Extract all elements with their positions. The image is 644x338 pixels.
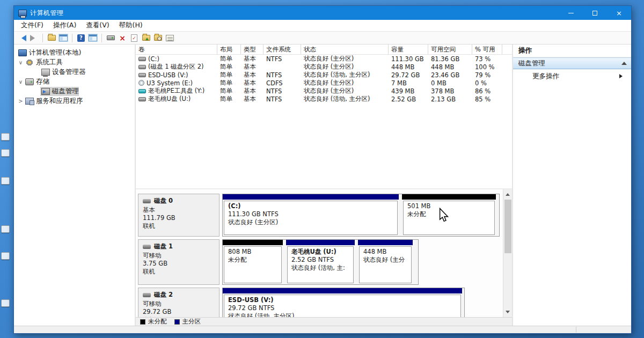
partition-size: 2.52 GB NTFS <box>291 256 349 264</box>
volume-row[interactable]: (C:) 简单 基本 NTFS 状态良好 (主分区) 111.30 GB 81.… <box>136 55 512 63</box>
folder-icon[interactable] <box>47 34 56 42</box>
menu-action[interactable]: 操作(A) <box>48 20 81 31</box>
chevron-right-icon[interactable]: > <box>17 98 24 104</box>
volume-layout: 简单 <box>217 79 241 87</box>
partition-c[interactable]: (C:) 111.30 GB NTFS 状态良好 (主分区) <box>223 194 399 236</box>
more-actions-item[interactable]: 更多操作 <box>513 69 631 83</box>
col-layout[interactable]: 布局 <box>217 45 241 54</box>
disk-management-icon <box>41 88 50 95</box>
legend-label: 未分配 <box>148 318 167 326</box>
vertical-scrollbar[interactable] <box>503 189 512 317</box>
folder-up-icon[interactable] <box>141 34 151 42</box>
tree-item-computer-management[interactable]: 计算机管理(本地) <box>14 48 135 57</box>
volume-row[interactable]: 老毛桃U盘 (U:) 简单 基本 NTFS 状态良好 (活动, 主分区) 2.5… <box>136 95 512 103</box>
tree-item-system-tools[interactable]: ∨ 系统工具 <box>14 57 135 67</box>
console-pane-glyph <box>59 34 68 41</box>
col-pct-free[interactable]: % 可用 <box>472 45 502 54</box>
col-free-space[interactable]: 可用空间 <box>428 45 472 54</box>
actions-section-disk-management[interactable]: 磁盘管理 <box>513 57 631 69</box>
forward-icon[interactable] <box>29 34 39 42</box>
unallocated-band <box>223 240 283 245</box>
unallocated-space[interactable]: 808 MB 未分配 <box>223 240 283 284</box>
list-details-icon[interactable] <box>165 34 174 42</box>
menu-file[interactable]: 文件(F) <box>16 20 48 31</box>
tree-item-label: 计算机管理(本地) <box>29 48 81 57</box>
volume-row[interactable]: ESD-USB (V:) 简单 基本 NTFS 状态良好 (活动, 主分区) 2… <box>136 71 512 79</box>
tree-item-services-applications[interactable]: > 服务和应用程序 <box>14 96 135 106</box>
show-action-pane-icon[interactable] <box>88 34 98 42</box>
list-glyph <box>166 35 174 41</box>
tree-item-storage[interactable]: ∨ 存储 <box>14 77 135 86</box>
volume-pct: 85 % <box>472 95 502 103</box>
col-status[interactable]: 状态 <box>301 45 389 54</box>
drive-icon <box>143 245 151 249</box>
collapse-icon[interactable] <box>621 59 627 65</box>
disk-0-header[interactable]: 磁盘 0 基本 111.79 GB 联机 <box>138 194 219 237</box>
help-glyph: ? <box>77 34 85 42</box>
scroll-up-icon[interactable] <box>503 189 513 199</box>
disk-management-view: 卷 布局 类型 文件系统 状态 容量 可用空间 % 可用 (C:) 简单 基本 … <box>136 45 512 326</box>
desktop-icon[interactable] <box>1 149 10 157</box>
volume-row[interactable]: 老毛桃PE工具盘 (Y:) 简单 基本 NTFS 状态良好 (主分区) 439 … <box>136 87 512 95</box>
disk-2-header[interactable]: 磁盘 2 可移动 29.72 GB 联机 <box>138 288 219 317</box>
volume-free: 448 MB <box>428 63 472 71</box>
volume-fs: NTFS <box>264 87 301 95</box>
volume-name: 老毛桃U盘 (U:) <box>148 95 191 103</box>
volume-row[interactable]: U3 System (E:) 简单 基本 CDFS 状态良好 (主分区) 7 M… <box>136 79 512 87</box>
menu-view[interactable]: 查看(V) <box>81 20 114 31</box>
desktop-icon[interactable] <box>1 299 10 307</box>
close-button[interactable]: × <box>607 6 631 20</box>
col-filesystem[interactable]: 文件系统 <box>264 45 301 54</box>
minimize-button[interactable] <box>559 6 583 20</box>
delete-icon[interactable]: × <box>118 34 127 42</box>
help-icon[interactable]: ? <box>76 34 86 42</box>
title-bar[interactable]: 计算机管理 × <box>14 6 631 20</box>
disk-name: 磁盘 1 <box>154 243 173 251</box>
volume-row[interactable]: (磁盘 1 磁盘分区 2) 简单 基本 状态良好 (主分区) 448 MB 44… <box>136 63 512 71</box>
chevron-down-icon[interactable]: ∨ <box>17 60 24 65</box>
menu-help[interactable]: 帮助(H) <box>114 20 148 31</box>
tree-item-label: 设备管理器 <box>52 68 86 77</box>
maximize-button[interactable] <box>583 6 607 20</box>
desktop-icon[interactable] <box>1 177 10 185</box>
volume-status: 状态良好 (主分区) <box>301 55 389 63</box>
desktop-icon[interactable] <box>1 225 10 233</box>
partition-title: 老毛桃U盘 (U:) <box>291 248 349 256</box>
volume-free: 2.13 GB <box>428 95 472 103</box>
close-icon: × <box>616 10 622 17</box>
graphical-view: 磁盘 0 基本 111.79 GB 联机 (C:) 111.30 GB NTFS <box>136 188 512 317</box>
back-icon[interactable] <box>17 34 27 42</box>
partition-status: 状态良好 (活动, 主: <box>291 264 349 272</box>
disk-1-header[interactable]: 磁盘 1 可移动 3.75 GB 联机 <box>138 239 219 285</box>
volume-name: 老毛桃PE工具盘 (Y:) <box>148 87 204 95</box>
partition-v[interactable]: ESD-USB (V:) 29.72 GB NTFS 状态良好 (活动, 主分区… <box>223 288 462 317</box>
legend-primary-partition: 主分区 <box>174 318 201 326</box>
tree-item-label: 服务和应用程序 <box>36 97 83 106</box>
scroll-down-icon[interactable] <box>503 308 513 317</box>
desktop-icon[interactable] <box>1 133 10 141</box>
disk-teal-icon <box>138 89 146 93</box>
volume-list-header: 卷 布局 类型 文件系统 状态 容量 可用空间 % 可用 <box>136 45 512 55</box>
device-icon[interactable] <box>106 34 115 42</box>
disk-status: 联机 <box>143 268 215 276</box>
properties-check-icon[interactable]: ✓ <box>129 34 139 42</box>
scrollbar-thumb[interactable] <box>504 200 511 253</box>
device-manager-icon <box>41 69 50 76</box>
partition-448mb[interactable]: 448 MB 状态良好 (主分 <box>358 240 413 284</box>
desktop-icon[interactable] <box>1 252 10 260</box>
col-capacity[interactable]: 容量 <box>389 45 428 54</box>
disk-size: 3.75 GB <box>143 260 215 268</box>
col-volume[interactable]: 卷 <box>136 45 217 54</box>
disk-name: 磁盘 0 <box>154 197 173 205</box>
partition-u[interactable]: 老毛桃U盘 (U:) 2.52 GB NTFS 状态良好 (活动, 主: <box>286 240 355 284</box>
tree-item-disk-management[interactable]: 磁盘管理 <box>14 86 135 96</box>
folder-search-icon[interactable] <box>153 34 163 42</box>
drive-icon <box>143 293 151 297</box>
actions-panel: 操作 磁盘管理 更多操作 <box>512 45 631 326</box>
tree-item-device-manager[interactable]: 设备管理器 <box>14 67 135 77</box>
col-type[interactable]: 类型 <box>241 45 264 54</box>
chevron-down-icon[interactable]: ∨ <box>17 79 24 85</box>
main-area: 计算机管理(本地) ∨ 系统工具 设备管理器 ∨ 存储 磁盘管理 <box>14 45 631 326</box>
show-console-tree-icon[interactable] <box>58 34 68 42</box>
unallocated-space[interactable]: 501 MB 未分配 <box>402 194 496 236</box>
